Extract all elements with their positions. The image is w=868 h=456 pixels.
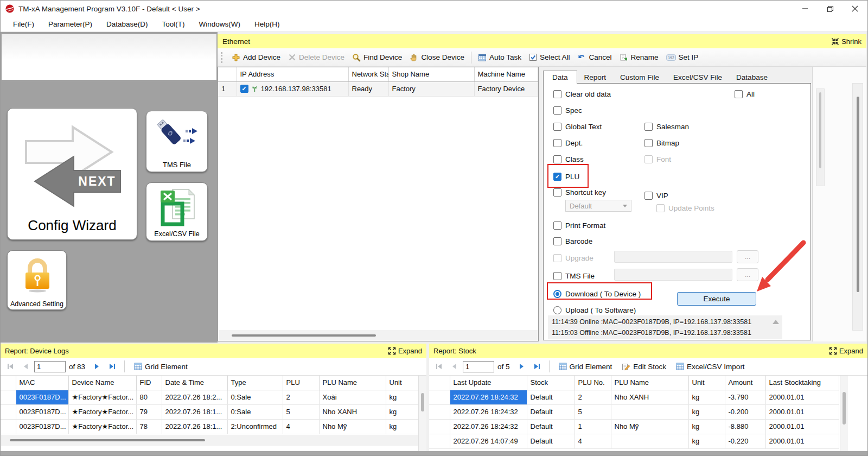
table-cell[interactable]: kg <box>688 434 725 448</box>
table-cell[interactable]: 2000.01.01 <box>765 390 839 404</box>
table-cell[interactable] <box>429 434 450 448</box>
table-cell[interactable]: Nho Mỹ <box>319 419 386 434</box>
table-cell[interactable] <box>1 404 16 419</box>
table-cell[interactable] <box>1 419 16 434</box>
table-cell[interactable]: 78 <box>136 419 162 434</box>
device-row-number[interactable]: 1 <box>218 81 237 96</box>
table-cell[interactable]: kg <box>386 419 418 434</box>
col-mac[interactable]: MAC <box>16 376 68 390</box>
table-cell[interactable]: Default <box>527 390 575 404</box>
table-cell[interactable]: -0.220 <box>725 434 765 448</box>
table-cell[interactable]: kg <box>688 419 725 434</box>
col-plu[interactable]: PLU <box>283 376 319 390</box>
excel-csv-file-button[interactable]: Excel/CSV File <box>146 182 208 241</box>
menu-help[interactable]: Help(H) <box>247 20 287 28</box>
table-cell[interactable]: 2022.07.26 18:1... <box>162 419 227 434</box>
auto-task-button[interactable]: Auto Task <box>474 50 525 65</box>
table-cell[interactable] <box>429 390 450 404</box>
table-cell[interactable]: 0:Sale <box>227 390 283 404</box>
tab-data[interactable]: Data <box>543 71 577 84</box>
table-cell[interactable]: -0.200 <box>725 404 765 419</box>
last-page-button[interactable] <box>106 360 119 373</box>
table-cell[interactable] <box>611 404 688 419</box>
table-cell[interactable]: kg <box>386 404 418 419</box>
device-logs-hscrollbar[interactable] <box>1 435 418 446</box>
table-cell[interactable]: 0:Sale <box>227 404 283 419</box>
table-cell[interactable]: 2 <box>283 390 319 404</box>
col-rowsel[interactable] <box>429 376 450 390</box>
tab-custom-file[interactable]: Custom File <box>613 71 666 84</box>
table-cell[interactable]: Nho XANH <box>611 390 688 404</box>
advanced-setting-button[interactable]: Advanced Setting <box>7 250 67 310</box>
first-page-button[interactable] <box>432 360 445 373</box>
menu-file[interactable]: File(F) <box>6 20 41 28</box>
scroll-up-icon[interactable] <box>773 320 779 324</box>
table-cell[interactable] <box>1 390 16 404</box>
delete-device-button[interactable]: Delete Device <box>284 50 348 65</box>
status-log[interactable]: 11:14:39 Online :MAC=0023F0187D9B, IP=19… <box>548 315 782 339</box>
tab-excel-csv-file[interactable]: Excel/CSV File <box>666 71 729 84</box>
device-logs-expand-button[interactable]: Expand <box>388 347 422 355</box>
table-cell[interactable]: 2 <box>575 390 611 404</box>
device-machine-name[interactable]: Factory Device <box>474 81 538 96</box>
menu-database[interactable]: Database(D) <box>99 20 155 28</box>
col-type[interactable]: Type <box>227 376 283 390</box>
table-cell[interactable]: ★Factory★Factor... <box>68 419 136 434</box>
col-rowsel[interactable] <box>1 376 16 390</box>
prev-page-button[interactable] <box>448 360 461 373</box>
table-cell[interactable]: kg <box>688 390 725 404</box>
device-col-rowsel[interactable] <box>218 67 237 81</box>
table-cell[interactable]: kg <box>688 404 725 419</box>
tms-file-button[interactable]: TMS File <box>146 111 208 172</box>
upgrade-browse-button[interactable]: ... <box>737 250 758 263</box>
checkbox-barcode[interactable] <box>553 237 561 245</box>
device-network-status[interactable]: Ready <box>348 81 388 96</box>
col-stock[interactable]: Stock <box>527 376 575 390</box>
tms-file-browse-button[interactable]: ... <box>737 268 758 281</box>
table-cell[interactable] <box>611 434 688 448</box>
excel-csv-import-button[interactable]: Excel/CSV Import <box>672 359 749 373</box>
table-cell[interactable]: Nho Mỹ <box>611 419 688 434</box>
col-unit[interactable]: Unit <box>386 376 418 390</box>
table-cell[interactable]: kg <box>386 390 418 404</box>
table-cell[interactable]: Default <box>527 419 575 434</box>
minimize-button[interactable] <box>793 1 818 17</box>
close-button[interactable] <box>843 1 867 17</box>
checkbox-vip[interactable] <box>644 192 653 200</box>
shrink-button[interactable]: Shrink <box>831 37 861 46</box>
device-col-network[interactable]: Network Stat... <box>348 67 388 81</box>
checkbox-font[interactable] <box>644 155 653 163</box>
table-cell[interactable]: 2022.07.26 18:24:32 <box>450 404 527 419</box>
table-cell[interactable] <box>429 404 450 419</box>
checkbox-upgrade[interactable] <box>553 254 561 262</box>
col-plu-name[interactable]: PLU Name <box>611 376 688 390</box>
checkbox-clear-old-data[interactable] <box>553 90 561 98</box>
page-number-input[interactable] <box>463 361 494 372</box>
col-plu-name[interactable]: PLU Name <box>319 376 386 390</box>
add-device-button[interactable]: Add Device <box>228 50 284 65</box>
table-cell[interactable]: Nho XANH <box>319 404 386 419</box>
first-page-button[interactable] <box>4 360 17 373</box>
col-last-stocktaking[interactable]: Last Stocktaking <box>765 376 839 390</box>
cancel-button[interactable]: Cancel <box>573 50 615 65</box>
table-cell[interactable]: 2000.01.01 <box>765 434 839 448</box>
col-plu-no[interactable]: PLU No. <box>575 376 611 390</box>
table-cell[interactable]: ★Factory★Factor... <box>68 404 136 419</box>
table-cell[interactable]: 2022.07.26 14:07:49 <box>450 434 527 448</box>
stock-expand-button[interactable]: Expand <box>829 347 863 355</box>
upgrade-path-field[interactable] <box>614 251 732 263</box>
checkbox-update-points[interactable] <box>656 204 665 212</box>
table-cell[interactable]: Default <box>527 404 575 419</box>
shortcut-key-dropdown[interactable]: Default <box>565 200 631 212</box>
table-cell[interactable]: 5 <box>283 404 319 419</box>
set-ip-button[interactable]: 192 Set IP <box>662 50 703 65</box>
table-cell[interactable]: 0023F0187D... <box>16 404 68 419</box>
grid-element-button[interactable]: Grid Element <box>130 359 192 373</box>
table-cell[interactable]: ★Factory★Factor... <box>68 390 136 404</box>
table-cell[interactable]: 5 <box>575 404 611 419</box>
checkbox-print-format[interactable] <box>553 221 561 230</box>
checkbox-global-text[interactable] <box>553 123 561 131</box>
col-amount[interactable]: Amount <box>725 376 765 390</box>
restore-button[interactable] <box>818 1 843 17</box>
table-cell[interactable]: 2022.07.26 18:2... <box>162 390 227 404</box>
